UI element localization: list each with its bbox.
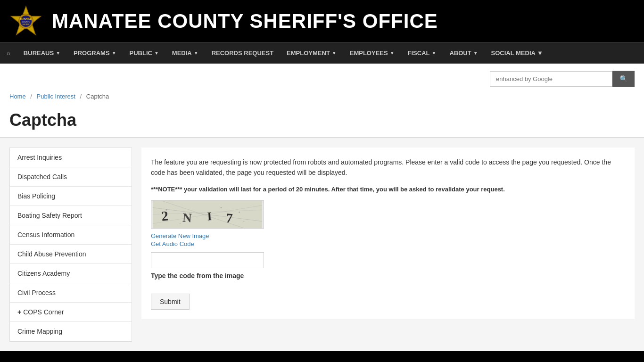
sidebar-item-citizens[interactable]: Citizens Academy xyxy=(10,264,132,283)
employment-arrow: ▼ xyxy=(332,50,337,56)
svg-text:I: I xyxy=(207,210,212,222)
svg-text:7: 7 xyxy=(225,211,233,226)
generate-new-image-link[interactable]: Generate New Image xyxy=(151,232,625,239)
submit-button[interactable]: Submit xyxy=(151,294,190,310)
bureaus-arrow: ▼ xyxy=(56,50,60,56)
search-container: 🔍 xyxy=(490,71,635,87)
page-title: Captcha xyxy=(9,110,635,130)
svg-text:N: N xyxy=(182,211,193,225)
public-arrow: ▼ xyxy=(154,50,159,56)
svg-point-20 xyxy=(202,214,203,215)
nav-fiscal[interactable]: FISCAL ▼ xyxy=(401,43,443,63)
svg-text:MANATEE: MANATEE xyxy=(20,18,32,20)
sidebar: Arrest Inquiries Dispatched Calls Bias P… xyxy=(9,148,132,342)
captcha-note: ***NOTE*** your validation will last for… xyxy=(151,185,625,194)
breadcrumb: Home / Public Interest / Captcha xyxy=(0,89,644,106)
nav-about[interactable]: ABOUT ▼ xyxy=(443,43,484,63)
captcha-description: The feature you are requesting is now pr… xyxy=(151,157,625,178)
sidebar-item-census[interactable]: Census Information xyxy=(10,225,132,245)
nav-social[interactable]: Social Media ▼ xyxy=(485,43,550,63)
breadcrumb-sep-1: / xyxy=(30,93,32,100)
nav-records[interactable]: RECORDS REQUEST xyxy=(205,43,280,63)
media-arrow: ▼ xyxy=(194,50,198,56)
main-layout: Arrest Inquiries Dispatched Calls Bias P… xyxy=(0,138,644,351)
breadcrumb-home[interactable]: Home xyxy=(9,93,26,100)
sidebar-item-arrest[interactable]: Arrest Inquiries xyxy=(10,148,132,167)
captcha-image-container: 2 N I 7 xyxy=(151,200,625,229)
sidebar-item-bias[interactable]: Bias Policing xyxy=(10,187,132,206)
search-button[interactable]: 🔍 xyxy=(612,71,635,87)
svg-point-21 xyxy=(239,212,240,213)
nav-employees[interactable]: EMPLOYEES ▼ xyxy=(343,43,401,63)
home-icon: ⌂ xyxy=(7,49,10,57)
svg-point-15 xyxy=(180,223,181,224)
nav-programs[interactable]: PROGRAMS ▼ xyxy=(67,43,123,63)
svg-text:2: 2 xyxy=(161,208,169,224)
search-input[interactable] xyxy=(490,71,612,87)
captcha-code-input[interactable] xyxy=(151,252,264,268)
svg-text:SHERIFF: SHERIFF xyxy=(23,24,30,25)
main-nav: ⌂ BUREAUS ▼ PROGRAMS ▼ PUBLIC ▼ MEDIA ▼ … xyxy=(0,42,644,64)
employees-arrow: ▼ xyxy=(390,50,395,56)
plus-icon: + xyxy=(17,308,21,316)
nav-employment[interactable]: EMPLOYMENT ▼ xyxy=(280,43,343,63)
nav-media[interactable]: MEDIA ▼ xyxy=(165,43,205,63)
logo-badge: MANATEE COUNTY SHERIFF xyxy=(9,5,42,38)
sidebar-item-child-abuse[interactable]: Child Abuse Prevention xyxy=(10,245,132,264)
breadcrumb-section[interactable]: Public Interest xyxy=(37,93,75,100)
programs-arrow: ▼ xyxy=(112,50,116,56)
site-header: MANATEE COUNTY SHERIFF MANATEE COUNTY SH… xyxy=(0,0,644,42)
about-arrow: ▼ xyxy=(473,50,478,56)
get-audio-code-link[interactable]: Get Audio Code xyxy=(151,240,625,247)
sidebar-item-dispatched[interactable]: Dispatched Calls xyxy=(10,167,132,187)
content-wrapper: 🔍 Home / Public Interest / Captcha Captc… xyxy=(0,64,644,351)
nav-bureaus[interactable]: BUREAUS ▼ xyxy=(17,43,67,63)
search-bar-row: 🔍 xyxy=(0,64,644,89)
breadcrumb-sep-2: / xyxy=(80,93,82,100)
sidebar-item-civil[interactable]: Civil Process xyxy=(10,283,132,303)
captcha-content: The feature you are requesting is now pr… xyxy=(141,148,635,319)
captcha-image: 2 N I 7 xyxy=(151,200,264,229)
page-title-section: Captcha xyxy=(0,106,644,138)
breadcrumb-current: Captcha xyxy=(86,93,109,100)
sidebar-item-boating[interactable]: Boating Safety Report xyxy=(10,206,132,225)
sidebar-item-cops[interactable]: +COPS Corner xyxy=(10,303,132,322)
nav-public[interactable]: PUBLIC ▼ xyxy=(123,43,165,63)
sidebar-item-crime[interactable]: Crime Mapping xyxy=(10,322,132,341)
captcha-input-label: Type the code from the image xyxy=(151,272,625,280)
svg-text:COUNTY: COUNTY xyxy=(22,21,30,23)
svg-point-13 xyxy=(221,207,222,208)
svg-point-14 xyxy=(243,221,244,222)
site-title: MANATEE COUNTY SHERIFF'S OFFICE xyxy=(52,10,438,33)
nav-home[interactable]: ⌂ xyxy=(0,43,17,63)
fiscal-arrow: ▼ xyxy=(432,50,437,56)
